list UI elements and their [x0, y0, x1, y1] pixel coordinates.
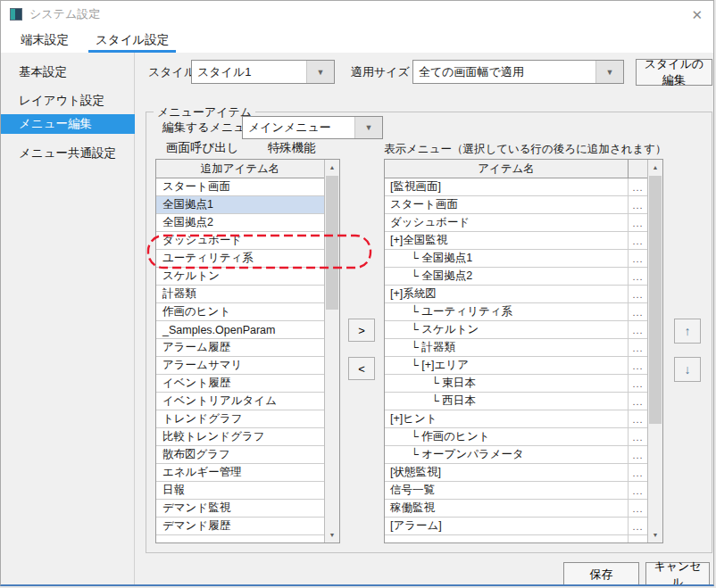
display-menu-item-label: [監視画面] [385, 178, 628, 195]
display-menu-item-label: 信号一覧 [385, 482, 628, 499]
add-item-row[interactable]: 比較トレンドグラフ [156, 428, 324, 446]
display-menu-row[interactable]: [監視画面]... [385, 178, 647, 196]
add-item-row[interactable]: エネルギー管理 [156, 464, 324, 482]
row-more-button[interactable]: ... [628, 518, 647, 534]
close-icon[interactable]: ✕ [691, 8, 703, 21]
display-menu-row[interactable]: [+]全国監視... [385, 232, 647, 250]
chevron-down-icon: ▼ [354, 117, 382, 138]
add-item-row[interactable]: トレンドグラフ [156, 410, 324, 428]
display-menu-row[interactable]: └ オープンパラメータ... [385, 446, 647, 464]
add-item-row[interactable]: アラームサマリ [156, 357, 324, 375]
display-menu-row[interactable]: └ 西日本... [385, 393, 647, 410]
display-menu-row[interactable]: └ 全国拠点2... [385, 268, 647, 286]
display-menu-row[interactable]: [+]ヒント... [385, 410, 647, 428]
add-item-label: 作画のヒント [162, 304, 230, 319]
tab-terminal-settings[interactable]: 端末設定 [13, 28, 76, 53]
row-more-button[interactable]: ... [628, 214, 647, 231]
add-items-scrollbar[interactable]: ▲ ▼ [324, 160, 339, 542]
edit-menu-select-value: メインメニュー [243, 120, 354, 136]
add-item-label: デマンド履歴 [162, 518, 230, 534]
titlebar: システム設定 ✕ [1, 1, 713, 28]
scroll-down-icon[interactable]: ▼ [648, 527, 662, 542]
display-menu-row[interactable]: ダッシュボード... [385, 214, 647, 232]
row-more-button[interactable]: ... [628, 286, 647, 302]
sidebar-item-menu-common-settings[interactable]: メニュー共通設定 [1, 143, 135, 164]
add-item-row[interactable]: 計器類 [156, 286, 324, 303]
row-more-button[interactable]: ... [628, 375, 647, 392]
display-menu-row[interactable]: └ 計器類... [385, 339, 647, 357]
display-menu-row[interactable]: [+]系統図... [385, 286, 647, 303]
display-menu-scrollbar[interactable]: ▲ ▼ [647, 160, 662, 542]
menu-item-groupbox: メニューアイテム 編集するメニュー : メインメニュー ▼ 画面呼び出し 特殊機… [146, 112, 712, 553]
display-menu-row[interactable]: [状態監視]... [385, 464, 647, 482]
main-panel: スタイル : スタイル1 ▼ 適用サイズ : 全ての画面幅で適用 ▼ スタイルの… [135, 53, 713, 585]
add-item-row[interactable]: デマンド監視 [156, 500, 324, 518]
add-item-row[interactable]: イベント履歴 [156, 375, 324, 393]
sidebar-item-menu-edit[interactable]: メニュー編集 [1, 114, 135, 134]
tab-style-settings[interactable]: スタイル設定 [88, 28, 176, 53]
row-more-button[interactable]: ... [628, 446, 647, 463]
add-item-row[interactable]: 全国拠点1 [156, 196, 324, 214]
add-item-row[interactable]: 全国拠点2 [156, 214, 324, 232]
display-menu-list-cells: アイテム名 [監視画面]...スタート画面...ダッシュボード...[+]全国監… [385, 160, 647, 542]
sidebar-item-basic-settings[interactable]: 基本設定 [1, 62, 135, 83]
add-item-row[interactable]: スケルトン [156, 268, 324, 286]
display-menu-row[interactable]: └ 東日本... [385, 375, 647, 393]
cancel-button[interactable]: キャンセル [645, 562, 710, 586]
row-more-button[interactable]: ... [628, 339, 647, 356]
row-more-button[interactable]: ... [628, 482, 647, 499]
display-menu-row[interactable]: └ 全国拠点1... [385, 250, 647, 268]
row-more-button[interactable]: ... [628, 196, 647, 213]
row-more-button[interactable]: ... [628, 268, 647, 285]
scrollbar-thumb[interactable] [649, 176, 662, 424]
edit-menu-select[interactable]: メインメニュー ▼ [242, 116, 383, 139]
display-menu-row[interactable]: 信号一覧... [385, 482, 647, 500]
apply-size-select[interactable]: 全ての画面幅で適用 ▼ [412, 60, 624, 84]
add-item-row[interactable]: 日報 [156, 482, 324, 500]
add-item-row[interactable]: アラーム履歴 [156, 339, 324, 357]
row-more-button[interactable]: ... [628, 357, 647, 374]
row-more-button[interactable]: ... [628, 500, 647, 517]
add-to-menu-button[interactable]: > [348, 319, 375, 342]
add-item-row[interactable]: ユーティリティ系 [156, 250, 324, 268]
display-menu-row[interactable]: └ ユーティリティ系... [385, 303, 647, 321]
scroll-down-icon[interactable]: ▼ [325, 527, 339, 542]
edit-style-button[interactable]: スタイルの編集 [636, 59, 712, 86]
display-menu-item-label: 稼働監視 [385, 500, 628, 517]
display-menu-row[interactable]: 稼働監視... [385, 500, 647, 518]
display-menu-row[interactable]: └ スケルトン... [385, 321, 647, 339]
display-menu-row[interactable]: スタート画面... [385, 196, 647, 214]
remove-from-menu-button[interactable]: < [348, 357, 375, 380]
row-more-button[interactable]: ... [628, 321, 647, 338]
move-down-button[interactable]: ↓ [674, 357, 701, 382]
display-menu-item-label [385, 535, 628, 542]
add-item-row[interactable]: 作画のヒント [156, 303, 324, 321]
row-more-button[interactable]: ... [628, 428, 647, 445]
row-more-button[interactable]: ... [628, 250, 647, 267]
sidebar-item-layout-settings[interactable]: レイアウト設定 [1, 90, 135, 112]
scroll-up-icon[interactable]: ▲ [325, 160, 339, 175]
add-item-row[interactable]: イベントリアルタイム [156, 393, 324, 410]
row-more-button[interactable]: ... [628, 178, 647, 195]
add-item-row[interactable]: _Samples.OpenParam [156, 321, 324, 339]
move-up-button[interactable]: ↑ [674, 319, 701, 344]
add-item-row[interactable]: 散布図グラフ [156, 446, 324, 464]
row-more-button[interactable]: ... [628, 303, 647, 320]
row-more-button[interactable]: ... [628, 464, 647, 481]
row-more-button[interactable]: ... [628, 393, 647, 410]
add-item-row[interactable]: デマンド履歴 [156, 518, 324, 535]
scrollbar-thumb[interactable] [326, 176, 338, 310]
add-item-row[interactable] [156, 535, 324, 542]
display-menu-row[interactable] [385, 535, 647, 542]
save-button[interactable]: 保存 [563, 562, 639, 586]
row-more-button[interactable]: ... [628, 232, 647, 249]
display-menu-row[interactable]: └ 作画のヒント... [385, 428, 647, 446]
add-item-row[interactable]: ダッシュボード [156, 232, 324, 250]
style-select[interactable]: スタイル1 ▼ [191, 60, 335, 84]
display-menu-row[interactable]: [アラーム]... [385, 518, 647, 535]
display-menu-row[interactable]: └ [+]エリア... [385, 357, 647, 375]
row-more-button[interactable]: ... [628, 410, 647, 427]
scroll-up-icon[interactable]: ▲ [648, 160, 662, 175]
display-menu-list: アイテム名 [監視画面]...スタート画面...ダッシュボード...[+]全国監… [384, 159, 663, 543]
add-item-row[interactable]: スタート画面 [156, 178, 324, 196]
